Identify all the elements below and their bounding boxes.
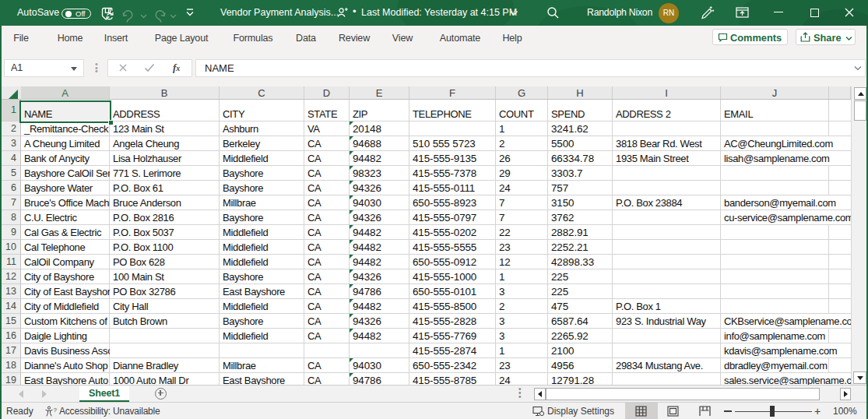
svg-text:?: ? xyxy=(54,407,58,414)
